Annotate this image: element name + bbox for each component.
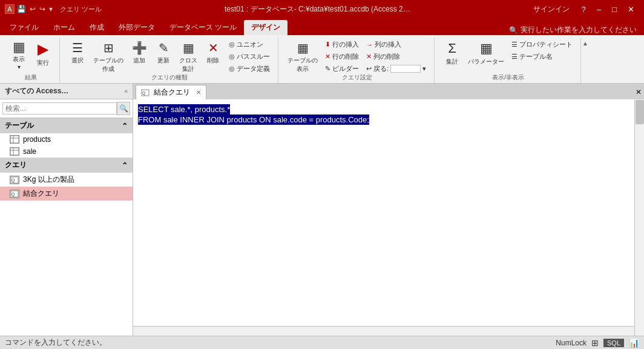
select-label: 選択 bbox=[71, 56, 84, 65]
save-quick-btn[interactable]: 💾 bbox=[17, 5, 26, 13]
customize-quick-btn[interactable]: ▾ bbox=[49, 5, 53, 13]
sidebar-section-tables[interactable]: テーブル ⌃ bbox=[0, 118, 133, 133]
show-table-icon: ▦ bbox=[297, 41, 309, 55]
restore-button[interactable]: □ bbox=[607, 4, 622, 15]
sale-label: sale bbox=[23, 147, 36, 156]
append-label: 追加 bbox=[133, 56, 145, 65]
sidebar-item-query-3kg[interactable]: Q 3Kg 以上の製品 bbox=[0, 173, 133, 187]
sidebar-content: テーブル ⌃ products sale クエリ ⌃ bbox=[0, 118, 133, 336]
crosstab-label: クロス集計 bbox=[179, 56, 197, 73]
query-editor[interactable]: SELECT sale.*, products.* FROM sale INNE… bbox=[133, 99, 644, 336]
queries-collapse-icon: ⌃ bbox=[122, 161, 128, 170]
horizontal-scrollbar[interactable] bbox=[133, 326, 634, 336]
tab-file[interactable]: ファイル bbox=[2, 20, 46, 35]
table-names-label: テーブル名 bbox=[519, 52, 553, 61]
sidebar-item-sale[interactable]: sale bbox=[0, 145, 133, 158]
ribbon: ▦ 表示▾ ▶ 実行 結果 ☰ 選択 ⊞ テーブルの作成 ➕ 追加 bbox=[0, 35, 644, 84]
property-sheet-icon: ☰ bbox=[511, 41, 518, 48]
builder-icon: ✎ bbox=[325, 65, 330, 73]
insert-col-button[interactable]: → 列の挿入 bbox=[363, 39, 429, 50]
status-right: NumLock ⊞ SQL 📊 bbox=[556, 338, 639, 348]
query-editor-content[interactable]: SELECT sale.*, products.* FROM sale INNE… bbox=[133, 99, 644, 130]
status-message: コマンドを入力してください。 bbox=[5, 337, 107, 348]
status-bar: コマンドを入力してください。 NumLock ⊞ SQL 📊 bbox=[0, 336, 644, 349]
sidebar-search-button[interactable]: 🔍 bbox=[117, 102, 130, 115]
table-names-button[interactable]: ☰ テーブル名 bbox=[508, 51, 576, 62]
show-table-label: テーブルの表示 bbox=[288, 56, 318, 73]
vertical-scrollbar[interactable] bbox=[634, 99, 644, 336]
ribbon-tabs: ファイル ホーム 作成 外部データ データベース ツール デザイン 🔍 実行した… bbox=[0, 18, 644, 35]
title-bar: A 💾 ↩ ↪ ▾ クエリ ツール test01 : データベース- C:¥da… bbox=[0, 0, 644, 18]
sql-line-1-text: SELECT sale.*, products.* bbox=[138, 104, 230, 115]
update-label: 更新 bbox=[157, 56, 169, 65]
tab-db-tools[interactable]: データベース ツール bbox=[162, 20, 244, 35]
tables-section-label: テーブル bbox=[5, 121, 34, 131]
run-button[interactable]: ▶ 実行 bbox=[31, 39, 54, 69]
help-button[interactable]: ? bbox=[577, 4, 591, 15]
delete-col-button[interactable]: ✕ 列の削除 bbox=[363, 51, 429, 62]
parameters-icon: ▦ bbox=[480, 41, 493, 56]
return-label: 戻る: bbox=[373, 64, 389, 73]
chart-icon[interactable]: 📊 bbox=[629, 338, 639, 348]
tab-create[interactable]: 作成 bbox=[82, 20, 111, 35]
minimize-button[interactable]: – bbox=[592, 4, 606, 15]
insert-row-label: 行の挿入 bbox=[332, 40, 359, 49]
sidebar-item-query-join[interactable]: Q 結合クエリ bbox=[0, 187, 133, 201]
select-button[interactable]: ☰ 選択 bbox=[66, 39, 89, 67]
undo-quick-btn[interactable]: ↩ bbox=[30, 5, 36, 13]
app-icon: A bbox=[5, 4, 15, 14]
return-dropdown-icon[interactable]: ▾ bbox=[422, 65, 426, 73]
quick-access-toolbar: 💾 ↩ ↪ ▾ bbox=[17, 5, 53, 13]
totals-button[interactable]: Σ 集計 bbox=[441, 39, 464, 68]
union-button[interactable]: ◎ ユニオン bbox=[226, 39, 273, 50]
search-icon: 🔍 bbox=[509, 26, 518, 35]
data-def-label: データ定義 bbox=[237, 64, 270, 73]
make-table-label: テーブルの作成 bbox=[93, 56, 123, 73]
content-area-close-btn[interactable]: ✕ bbox=[636, 88, 644, 96]
sidebar-item-products[interactable]: products bbox=[0, 133, 133, 145]
close-button[interactable]: ✕ bbox=[623, 4, 639, 15]
scrollbar-thumb-v[interactable] bbox=[636, 100, 644, 124]
delete-row-button[interactable]: ✕ 行の削除 bbox=[322, 51, 362, 62]
insert-row-button[interactable]: ⬇ 行の挿入 bbox=[322, 39, 362, 50]
tab-external-data[interactable]: 外部データ bbox=[111, 20, 162, 35]
ribbon-search: 🔍 実行したい作業を入力してください bbox=[509, 25, 644, 35]
passthrough-button[interactable]: ◎ パススルー bbox=[226, 51, 273, 62]
window-controls: サインイン ? – □ ✕ bbox=[533, 4, 639, 15]
parameters-label: パラメーター bbox=[468, 58, 504, 66]
title-bar-left: A 💾 ↩ ↪ ▾ クエリ ツール bbox=[5, 4, 102, 14]
sidebar-title: すべての Access… bbox=[5, 86, 68, 96]
append-button[interactable]: ➕ 追加 bbox=[128, 39, 151, 67]
window-title: test01 : データベース- C:¥data¥test01.accdb (A… bbox=[225, 4, 410, 15]
property-sheet-button[interactable]: ☰ プロパティシート bbox=[508, 39, 576, 50]
make-table-button[interactable]: ⊞ テーブルの作成 bbox=[90, 39, 126, 75]
update-button[interactable]: ✎ 更新 bbox=[152, 39, 175, 67]
run-label: 実行 bbox=[37, 59, 49, 67]
crosstab-button[interactable]: ▦ クロス集計 bbox=[176, 39, 200, 75]
union-label: ユニオン bbox=[237, 40, 263, 49]
delete-button[interactable]: ✕ 削除 bbox=[202, 39, 225, 67]
signin-link[interactable]: サインイン bbox=[533, 4, 570, 15]
tab-home[interactable]: ホーム bbox=[46, 20, 82, 35]
tab-design[interactable]: デザイン bbox=[244, 20, 288, 35]
layout-view-icon[interactable]: ⊞ bbox=[591, 338, 599, 348]
return-input[interactable] bbox=[390, 65, 421, 73]
update-icon: ✎ bbox=[159, 41, 169, 55]
ribbon-collapse-button[interactable]: ▲ bbox=[582, 38, 592, 83]
main-area: すべての Access… « 🔍 テーブル ⌃ products bbox=[0, 84, 644, 336]
totals-label: 集計 bbox=[446, 58, 458, 66]
query-join-label: 結合クエリ bbox=[23, 188, 59, 199]
query-settings-buttons: ▦ テーブルの表示 ⬇ 行の挿入 ✕ 行の削除 ✎ ビルダー bbox=[284, 39, 429, 91]
sidebar-section-queries[interactable]: クエリ ⌃ bbox=[0, 158, 133, 173]
union-icon: ◎ bbox=[229, 41, 235, 48]
make-table-icon: ⊞ bbox=[104, 41, 114, 55]
redo-quick-btn[interactable]: ↪ bbox=[39, 5, 45, 13]
sql-button[interactable]: SQL bbox=[603, 339, 624, 347]
view-button[interactable]: ▦ 表示▾ bbox=[7, 39, 30, 72]
ribbon-search-placeholder[interactable]: 実行したい作業を入力してください bbox=[521, 25, 637, 35]
sidebar-search-input[interactable] bbox=[2, 102, 117, 115]
data-def-icon: ◎ bbox=[229, 65, 235, 73]
totals-icon: Σ bbox=[448, 41, 456, 56]
show-table-button[interactable]: ▦ テーブルの表示 bbox=[284, 39, 321, 75]
parameters-button[interactable]: ▦ パラメーター bbox=[465, 39, 507, 68]
